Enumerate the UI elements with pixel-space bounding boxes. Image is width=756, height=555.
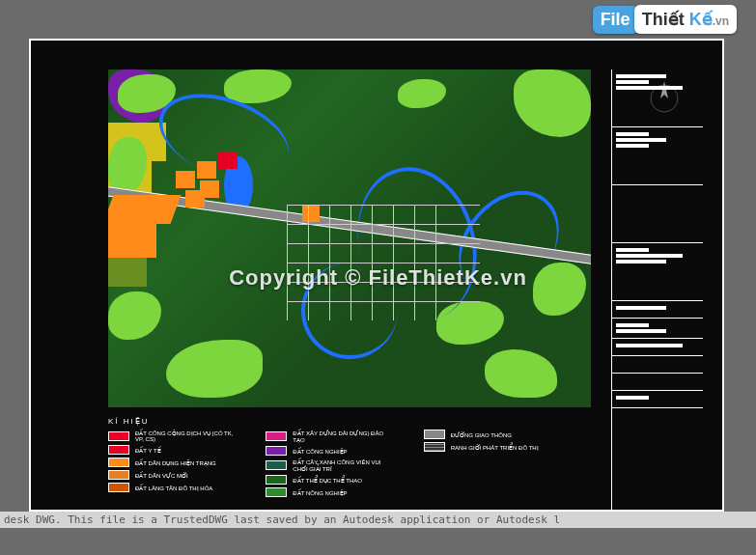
tb-section — [612, 374, 703, 391]
land-block — [197, 161, 216, 179]
legend-item: ĐẤT DÂN VỰC MỚI — [108, 470, 237, 480]
land-block — [176, 171, 195, 188]
legend-title: KÍ HIỆU — [108, 417, 552, 426]
legend-item: ĐẤT LÀNG TÂN ĐÔ THỊ HÓA — [108, 483, 237, 492]
drawing-sheet[interactable]: KÍ HIỆU ĐẤT CÔNG CỘNG DỊCH VỤ (CÓ TK, VP… — [29, 39, 724, 512]
green-patch — [485, 349, 557, 398]
green-patch — [108, 291, 161, 340]
planning-map[interactable] — [108, 69, 591, 407]
legend-item: RANH GIỚI PHÁT TRIỂN ĐÔ THỊ — [424, 442, 552, 452]
land-block — [108, 258, 147, 287]
legend: KÍ HIỆU ĐẤT CÔNG CỘNG DỊCH VỤ (CÓ TK, VP… — [108, 417, 552, 500]
tb-section — [612, 408, 703, 426]
legend-item: ĐẤT XÂY DỰNG DÀI DỰNG) ĐÀO TẠO — [266, 430, 394, 443]
green-patch — [166, 340, 263, 398]
legend-item: ĐẤT NÔNG NGHIỆP — [266, 487, 394, 497]
tb-section — [612, 356, 703, 374]
land-block — [218, 152, 238, 169]
green-patch — [224, 69, 292, 103]
tb-section — [612, 185, 703, 243]
land-block — [108, 195, 181, 224]
green-patch — [398, 79, 446, 108]
tb-section — [612, 243, 703, 301]
tb-section — [612, 339, 703, 356]
legend-item: ĐẤT CÔNG NGHIỆP — [266, 446, 394, 456]
title-block — [611, 69, 703, 513]
legend-item: ĐẤT CÂY XANH CÔNG VIÊN VUI CHƠI GIẢI TRÍ — [266, 458, 394, 472]
legend-col-2: ĐẤT XÂY DỰNG DÀI DỰNG) ĐÀO TẠO ĐẤT CÔNG … — [266, 430, 394, 500]
logo-file: File — [593, 6, 638, 34]
legend-item: ĐẤT DÂN DỤNG HIỆN TRẠNG — [108, 458, 237, 467]
tb-section — [612, 319, 703, 339]
tb-section — [612, 391, 703, 408]
tb-section — [612, 69, 703, 127]
logo-thiet: Thiết Kế.vn — [634, 5, 737, 34]
tb-section — [612, 127, 703, 185]
green-patch — [514, 69, 591, 137]
status-text: desk DWG. This file is a TrustedDWG last… — [4, 513, 560, 526]
watermark-logo: FileThiết Kế.vn — [593, 5, 737, 34]
legend-col-1: ĐẤT CÔNG CỘNG DỊCH VỤ (CÓ TK, VP, CS) ĐẤ… — [108, 430, 237, 500]
legend-item: ĐẤT Y TẾ — [108, 445, 237, 455]
tb-section — [612, 301, 703, 319]
legend-col-3: ĐƯỜNG GIAO THÔNG RANH GIỚI PHÁT TRIỂN ĐÔ… — [424, 430, 552, 500]
legend-item: ĐƯỜNG GIAO THÔNG — [424, 430, 552, 439]
land-block — [185, 190, 205, 208]
legend-item: ĐẤT THỂ DỤC THỂ THAO — [266, 475, 394, 485]
street-grid — [287, 205, 480, 320]
land-block — [108, 224, 156, 258]
cad-status-bar: desk DWG. This file is a TrustedDWG last… — [0, 512, 756, 528]
legend-item: ĐẤT CÔNG CỘNG DỊCH VỤ (CÓ TK, VP, CS) — [108, 430, 237, 442]
